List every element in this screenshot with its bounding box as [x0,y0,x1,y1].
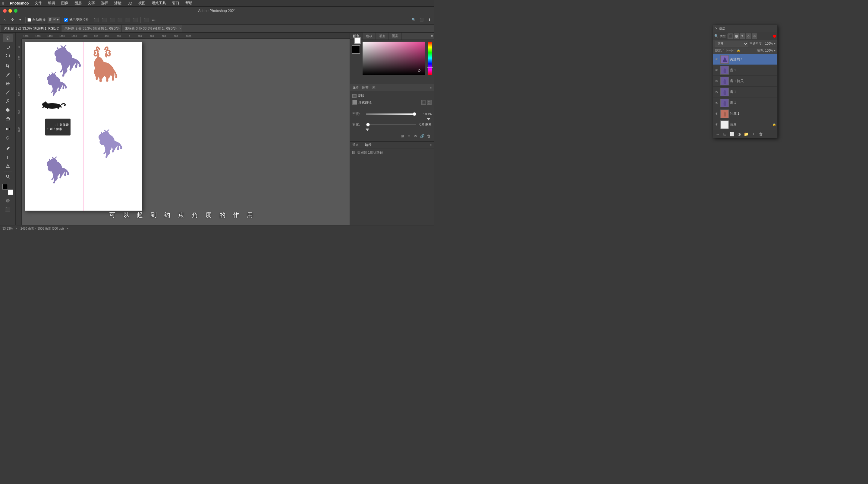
tab-1-label: 未标题-1 @ 33.3% (美洲豹 1, RGB/8) [4,26,59,31]
mask-delete-btn[interactable]: 🗑 [426,133,432,139]
eraser-tool[interactable] [3,114,13,123]
align-right-icon[interactable]: ⬛ [108,17,115,23]
maximize-button[interactable] [14,9,18,13]
mask-header-row: 蒙版 [352,93,432,98]
screen-mode-tool[interactable]: ⬛ [3,205,13,213]
background-color-swatch[interactable] [354,37,361,44]
adjustments-tab[interactable]: 调整 [361,85,369,90]
menu-layer[interactable]: 图层 [72,0,84,6]
shape-mask-btn[interactable]: ⬚ [427,100,432,105]
align-bottom-icon[interactable]: ⬛ [132,17,138,23]
swatches-tab[interactable]: 色板 [363,33,376,39]
move-tool-btn[interactable] [3,34,13,42]
density-slider[interactable] [366,113,416,115]
svg-text:200: 200 [18,56,21,60]
pen-tool[interactable] [3,144,13,153]
lasso-tool[interactable] [3,51,13,60]
tab-1[interactable]: 未标题-1 @ 33.3% (美洲豹 1, RGB/8) ✕ [1,25,61,32]
clone-stamp-tool[interactable] [3,97,13,105]
svg-text:800: 800 [84,35,88,37]
traffic-lights [3,9,18,13]
library-tab[interactable]: 库 [372,85,376,90]
ruler-horizontal: 1800 1600 1400 1200 1000 800 600 400 200… [22,33,350,39]
zoom-tool[interactable] [3,172,13,181]
align-top-icon[interactable]: ⬛ [116,17,123,23]
tab-2[interactable]: 未标题-2 @ 33.3% (美洲豹 1, RGB/8) ✕ [61,25,122,32]
feather-slider-thumb[interactable] [366,123,370,126]
tab-3[interactable]: 未标题-3 @ 33.3% (牡鹿 1, RGB/8) ✕ [122,25,182,32]
show-transform-checkbox[interactable] [64,18,68,22]
auto-select-dropdown[interactable]: 图层 ▾ [48,17,60,23]
feather-slider[interactable] [366,124,416,125]
eyedropper-tool[interactable] [3,70,13,79]
menu-filter[interactable]: 滤镜 [112,0,124,6]
close-button[interactable] [3,9,7,13]
menu-text[interactable]: 文字 [85,0,97,6]
minimize-button[interactable] [8,9,12,13]
home-button[interactable]: ⌂ [1,17,8,23]
quick-mask-tool[interactable] [3,196,13,205]
mask-link-btn[interactable]: 🔗 [420,133,425,139]
menu-photoshop[interactable]: Photoshop [7,1,31,6]
feather-value: 0.0 像素 [418,122,432,127]
gradient-tool[interactable] [3,125,13,133]
text-tool[interactable]: T [3,153,13,162]
crop-tool[interactable] [3,62,13,70]
svg-text:0: 0 [18,46,21,48]
paths-tab[interactable]: 路径 [365,143,372,147]
distribute-icons[interactable]: ⬛ [143,17,149,23]
search-icon[interactable]: 🔍 [410,17,417,23]
menu-3d[interactable]: 3D [125,1,134,6]
svg-text:200: 200 [117,35,121,37]
patterns-tab[interactable]: 图案 [389,33,402,39]
auto-select-checkbox[interactable] [27,18,31,22]
align-middle-icon[interactable]: ⬛ [124,17,131,23]
hue-slider[interactable] [428,41,432,75]
spot-healing-tool[interactable] [3,79,13,88]
menu-edit[interactable]: 编辑 [45,0,58,6]
path-panel-menu-btn[interactable]: ≡ [430,143,432,147]
svg-text:400: 400 [104,35,109,37]
menu-select[interactable]: 选择 [98,0,111,6]
density-slider-thumb[interactable] [412,112,416,116]
feather-marker [352,129,432,131]
tool-separator-1 [4,61,12,61]
menu-image[interactable]: 图像 [59,0,71,6]
foreground-color-swatch[interactable] [352,45,360,54]
mask-grid-btn[interactable]: ⊞ [400,133,405,139]
tab-3-close[interactable]: ✕ [179,27,181,30]
menu-view[interactable]: 视图 [136,0,148,6]
align-left-icon[interactable]: ⬛ [93,17,99,23]
channels-tab[interactable]: 通道 [352,143,359,147]
menu-help[interactable]: 帮助 [183,0,195,6]
menu-file[interactable]: 文件 [32,0,44,6]
svg-text:1800: 1800 [23,35,29,37]
fg-bg-swatches [352,41,361,82]
shape-select-btn[interactable]: ⬛ [421,100,426,105]
color-picker-area [350,40,434,84]
color-gradient-box[interactable] [363,41,425,75]
properties-menu-btn[interactable]: ≡ [430,86,432,89]
move-tool-dropdown[interactable]: ▾ [17,17,24,23]
mask-type-checkbox[interactable] [352,94,356,98]
path-dot-0 [352,151,355,154]
mask-eye-btn[interactable]: 👁 [413,133,418,139]
history-brush-tool[interactable] [3,106,13,114]
share-icon[interactable]: ⬆ [426,17,433,23]
dodge-tool[interactable] [3,134,13,142]
align-center-h-icon[interactable]: ⬛ [101,17,107,23]
color-spectrum[interactable] [363,41,425,75]
menu-plugins[interactable]: 增效工具 [149,0,168,6]
mask-star-btn[interactable]: ✦ [406,133,412,139]
rectangular-marquee-tool[interactable] [3,42,13,51]
path-selection-tool[interactable] [3,162,13,170]
more-options-button[interactable]: ••• [150,17,157,23]
color-panel-menu-btn[interactable]: ≡ [430,33,434,39]
move-tool[interactable]: ✛ [9,17,16,23]
screen-mode-icon[interactable]: ⬛ [418,17,425,23]
brush-tool[interactable] [3,88,13,96]
gradients-tab[interactable]: 渐变 [376,33,389,39]
menu-window[interactable]: 窗口 [170,0,182,6]
path-item-0[interactable]: 美洲豹 1形状路径 [350,148,434,156]
color-swatches-tool[interactable] [2,184,13,195]
